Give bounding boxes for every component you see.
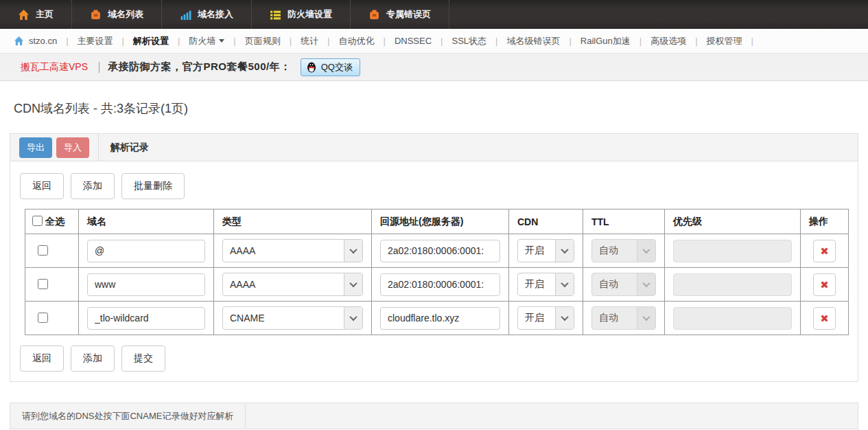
records-tabstrip: 导出 导入 解析记录 xyxy=(10,134,858,161)
records-panel-body: 返回 添加 批量删除 全选 域名 类型 回源地址(您服务器) CDN TTL 优… xyxy=(10,161,858,381)
subnav-item-page-rules[interactable]: 页面规则 xyxy=(236,35,290,47)
topnav-item-error-page[interactable]: 专属错误页 xyxy=(351,0,449,29)
priority-input xyxy=(673,307,792,330)
back-button[interactable]: 返回 xyxy=(20,346,64,372)
delete-row-button[interactable]: ✖ xyxy=(813,240,836,262)
domain-box-icon xyxy=(90,9,102,21)
site-home-icon xyxy=(14,36,24,46)
chevron-down-icon xyxy=(637,273,655,295)
home-icon xyxy=(18,9,30,21)
row-checkbox[interactable] xyxy=(38,313,48,323)
origin-input[interactable] xyxy=(380,307,500,330)
col-header-ttl: TTL xyxy=(583,210,665,234)
select-all-label: 全选 xyxy=(45,216,64,227)
add-button[interactable]: 添加 xyxy=(71,346,115,372)
subnav-item-stats[interactable]: 统计 xyxy=(292,35,327,47)
chevron-down-icon xyxy=(637,307,655,329)
cname-tabstrip: 请到您域名的DNS处按下面CNAME记录做好对应解析 xyxy=(10,403,858,429)
subnav-item-main-settings[interactable]: 主要设置 xyxy=(69,35,122,47)
topnav-item-label: 主页 xyxy=(36,8,54,21)
priority-input xyxy=(673,240,792,262)
delete-x-icon: ✖ xyxy=(820,245,829,257)
row-checkbox[interactable] xyxy=(38,279,48,289)
origin-input[interactable] xyxy=(380,240,500,262)
cname-panel: 请到您域名的DNS处按下面CNAME记录做好对应解析 域名 cname记录 xyxy=(10,403,858,430)
delete-row-button[interactable]: ✖ xyxy=(813,273,836,296)
top-navbar: 主页 域名列表 域名接入 防火墙设置 专属错误页 xyxy=(0,0,868,29)
ttl-select: 自动 xyxy=(591,306,656,330)
subnav-item-dns-settings[interactable]: 解析设置 xyxy=(124,35,178,47)
qq-penguin-icon xyxy=(306,62,317,73)
table-row: AAAA 开启 自动 ✖ xyxy=(25,268,849,302)
cdn-select[interactable]: 开启 xyxy=(517,239,574,262)
qq-chat-button[interactable]: QQ交谈 xyxy=(301,58,360,76)
subnav-item-firewall[interactable]: 防火墙 xyxy=(180,35,233,47)
ttl-select: 自动 xyxy=(591,239,656,262)
topnav-item-firewall-settings[interactable]: 防火墙设置 xyxy=(252,0,351,29)
table-row: AAAA 开启 自动 ✖ xyxy=(25,234,849,268)
promo-text: 承接防御方案，官方PRO套餐500/年： xyxy=(108,60,291,73)
row-checkbox[interactable] xyxy=(38,245,48,256)
col-header-domain: 域名 xyxy=(79,210,214,234)
domain-input[interactable] xyxy=(87,273,205,296)
back-button[interactable]: 返回 xyxy=(20,173,64,199)
type-select[interactable]: AAAA xyxy=(222,239,363,262)
col-header-priority: 优先级 xyxy=(665,210,801,234)
subnav-item-advanced[interactable]: 高级选项 xyxy=(642,35,695,47)
chevron-down-icon xyxy=(555,273,574,295)
import-export-zone: 导出 导入 xyxy=(10,134,99,161)
error-box-icon xyxy=(368,9,380,21)
domain-input[interactable] xyxy=(87,240,205,262)
tab-dns-records[interactable]: 解析记录 xyxy=(99,134,161,161)
topnav-item-domain-access[interactable]: 域名接入 xyxy=(162,0,252,29)
subnav-item-authorization[interactable]: 授权管理 xyxy=(698,35,751,47)
dns-records-panel: 导出 导入 解析记录 返回 添加 批量删除 全选 域名 类型 回源地址(您服务器… xyxy=(10,133,858,382)
chevron-down-icon xyxy=(344,240,362,262)
current-site-link[interactable]: stzo.cn xyxy=(29,36,66,46)
nav-divider xyxy=(751,36,753,46)
add-button[interactable]: 添加 xyxy=(71,173,115,199)
divider xyxy=(99,62,99,73)
page-title: CDN域名列表 - 共:3条记录(1页) xyxy=(14,100,868,117)
col-header-cdn: CDN xyxy=(509,210,583,234)
promo-bar: 搬瓦工高速VPS 承接防御方案，官方PRO套餐500/年： QQ交谈 xyxy=(0,54,868,81)
cdn-select[interactable]: 开启 xyxy=(517,306,574,330)
domain-input[interactable] xyxy=(87,307,205,330)
topnav-item-domain-list[interactable]: 域名列表 xyxy=(72,0,162,29)
subnav-item-dnssec[interactable]: DNSSEC xyxy=(386,36,441,46)
chevron-down-icon xyxy=(555,240,574,262)
chevron-down-icon xyxy=(637,240,655,262)
topnav-item-home[interactable]: 主页 xyxy=(0,0,72,29)
ttl-select: 自动 xyxy=(591,273,656,296)
col-header-actions: 操作 xyxy=(801,210,849,234)
vps-ad-link[interactable]: 搬瓦工高速VPS xyxy=(21,61,88,73)
delete-row-button[interactable]: ✖ xyxy=(813,307,836,330)
topnav-item-label: 域名列表 xyxy=(108,8,143,21)
cdn-select[interactable]: 开启 xyxy=(517,273,574,296)
subnav-item-auto-optimize[interactable]: 自动优化 xyxy=(330,35,384,47)
origin-input[interactable] xyxy=(380,273,500,296)
import-button[interactable]: 导入 xyxy=(56,137,89,158)
subnav-item-domain-error-page[interactable]: 域名级错误页 xyxy=(497,35,569,47)
delete-x-icon: ✖ xyxy=(820,279,829,291)
topnav-item-label: 域名接入 xyxy=(198,8,233,21)
type-select[interactable]: AAAA xyxy=(222,273,363,296)
priority-input xyxy=(673,273,792,296)
select-all-checkbox[interactable] xyxy=(32,216,43,226)
table-header-row: 全选 域名 类型 回源地址(您服务器) CDN TTL 优先级 操作 xyxy=(25,210,849,234)
submit-button[interactable]: 提交 xyxy=(121,346,165,372)
export-button[interactable]: 导出 xyxy=(19,137,52,158)
chart-bars-icon xyxy=(180,9,191,21)
domain-subnav: stzo.cn 主要设置 解析设置 防火墙 页面规则 统计 自动优化 DNSSE… xyxy=(0,29,868,54)
chevron-down-icon xyxy=(344,307,362,329)
subnav-item-railgun[interactable]: RailGun加速 xyxy=(572,35,640,47)
batch-delete-button[interactable]: 批量删除 xyxy=(121,173,185,199)
col-header-origin: 回源地址(您服务器) xyxy=(372,210,509,234)
type-select[interactable]: CNAME xyxy=(222,306,363,330)
subnav-item-ssl-status[interactable]: SSL状态 xyxy=(443,35,496,47)
qq-chat-label: QQ交谈 xyxy=(321,61,353,73)
top-toolbar: 返回 添加 批量删除 xyxy=(20,173,849,199)
chevron-down-icon xyxy=(219,39,224,43)
cname-hint-tab: 请到您域名的DNS处按下面CNAME记录做好对应解析 xyxy=(10,403,246,429)
chevron-down-icon xyxy=(344,273,362,295)
